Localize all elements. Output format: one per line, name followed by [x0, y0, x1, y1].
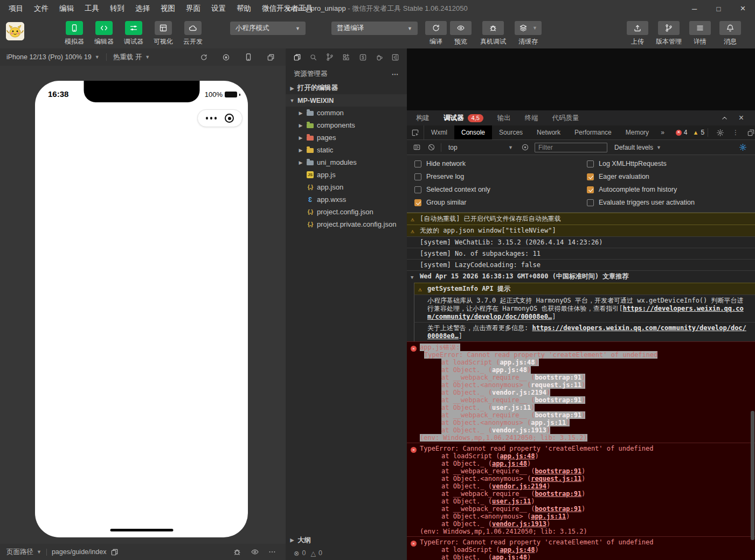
- devtools-tab-Console[interactable]: Console: [454, 125, 492, 139]
- page-path-label[interactable]: 页面路径: [6, 548, 33, 557]
- checkbox-checked[interactable]: [587, 186, 594, 193]
- explorer-section-MP-WEIXIN[interactable]: ▼MP-WEIXIN: [286, 94, 407, 107]
- checkbox-checked[interactable]: [587, 173, 594, 180]
- mini-program-capsule[interactable]: [197, 109, 243, 127]
- stack-file-link[interactable]: vendor.js:2194: [492, 389, 546, 396]
- menu-item-工具[interactable]: 工具: [79, 2, 105, 16]
- device-select[interactable]: iPhone 12/13 (Pro) 100% 19: [6, 53, 92, 61]
- tree-item-app.js[interactable]: JSapp.js: [286, 169, 407, 181]
- maximize-button[interactable]: □: [706, 0, 731, 17]
- panel-tab-终端[interactable]: 终端: [525, 114, 538, 123]
- search-icon[interactable]: [309, 53, 317, 61]
- branch-icon[interactable]: [325, 53, 334, 61]
- menu-item-帮助[interactable]: 帮助: [231, 2, 257, 16]
- avatar[interactable]: [6, 22, 24, 40]
- issue-counts[interactable]: ✕ 4 ▲ 5: [676, 129, 708, 136]
- extensions-icon[interactable]: [342, 53, 350, 61]
- 云开发-button[interactable]: [184, 21, 202, 35]
- windows-icon[interactable]: [267, 53, 275, 61]
- log-levels-select[interactable]: Default levels ▼: [614, 144, 661, 151]
- more-dots-icon[interactable]: [268, 548, 276, 556]
- 真机调试-button[interactable]: [482, 21, 504, 35]
- eye-icon[interactable]: [251, 548, 259, 556]
- stack-file-link[interactable]: bootstrap:91: [535, 490, 581, 498]
- tree-item-project.private.config.json[interactable]: {..}project.private.config.json: [286, 218, 407, 230]
- tree-item-components[interactable]: ▶components: [286, 119, 407, 131]
- stack-file-link[interactable]: bootstrap:91: [535, 411, 581, 419]
- 上传-button[interactable]: [627, 21, 648, 35]
- devtools-tab-Memory[interactable]: Memory: [619, 125, 656, 139]
- 调试器-button[interactable]: [125, 21, 142, 35]
- stack-file-link[interactable]: app.js:11: [531, 419, 566, 426]
- 清缓存-button[interactable]: ▼: [515, 21, 542, 35]
- console-setting-Autocomplete from history[interactable]: Autocomplete from history: [583, 183, 755, 196]
- applet-icon[interactable]: [359, 53, 367, 61]
- tree-item-app.wxss[interactable]: 3app.wxss: [286, 193, 407, 206]
- 预览-button[interactable]: [450, 21, 472, 35]
- 可视化-button[interactable]: [155, 21, 172, 35]
- console-settings-gear-icon[interactable]: [739, 143, 750, 151]
- filter-input[interactable]: [535, 143, 607, 152]
- outline-section[interactable]: ▶ 大纲: [286, 534, 407, 546]
- undock-icon[interactable]: [747, 129, 755, 137]
- menu-item-设置[interactable]: 设置: [206, 2, 231, 16]
- devtools-tab-Performance[interactable]: Performance: [567, 125, 619, 139]
- copy-path-icon[interactable]: [110, 548, 119, 556]
- settings-gear-icon[interactable]: [716, 129, 724, 137]
- checkbox-unchecked[interactable]: [587, 199, 594, 206]
- stack-file-link[interactable]: user.js:11: [492, 498, 531, 505]
- devtools-tab-Wxml[interactable]: Wxml: [424, 125, 454, 139]
- stack-file-link[interactable]: request.js:11: [531, 475, 581, 482]
- context-select[interactable]: top ▼: [446, 144, 515, 151]
- checkbox-unchecked[interactable]: [414, 173, 421, 180]
- console-setting-Hide network[interactable]: Hide network: [410, 157, 583, 170]
- console-setting-Eager evaluation[interactable]: Eager evaluation: [583, 170, 755, 183]
- bug-icon[interactable]: [233, 548, 241, 556]
- stack-file-link[interactable]: bootstrap:91: [535, 396, 581, 404]
- console-setting-Preserve log[interactable]: Preserve log: [410, 170, 583, 183]
- console-setting-Evaluate triggers user activation[interactable]: Evaluate triggers user activation: [583, 196, 755, 209]
- checkbox-checked[interactable]: [414, 199, 421, 206]
- panel-tab-调试器[interactable]: 调试器4,5: [444, 114, 483, 123]
- files-icon[interactable]: [293, 53, 301, 61]
- tree-item-uni_modules[interactable]: ▶uni_modules: [286, 156, 407, 169]
- 编辑器-button[interactable]: [95, 21, 113, 35]
- menu-item-编辑[interactable]: 编辑: [54, 2, 79, 16]
- stack-file-link[interactable]: app.js:48: [492, 366, 527, 374]
- checkbox-unchecked[interactable]: [414, 160, 421, 167]
- minimize-button[interactable]: ─: [682, 0, 706, 17]
- close-button[interactable]: ×: [731, 0, 755, 17]
- panel-tab-输出[interactable]: 输出: [497, 114, 511, 123]
- phone-mockup[interactable]: 16:38 100%: [35, 81, 248, 537]
- menu-item-微信开发者工具[interactable]: 微信开发者工具: [257, 2, 318, 16]
- stack-file-link[interactable]: vendor.js:1913: [492, 426, 546, 434]
- console-messages[interactable]: ⚠[自动热重载] 已开启代码文件保存后自动热重载⚠无效的 app.json wi…: [407, 213, 755, 560]
- panel-tab-代码质量[interactable]: 代码质量: [552, 114, 579, 123]
- stack-file-link[interactable]: app.js:48: [500, 452, 535, 460]
- console-setting-Selected context only[interactable]: Selected context only: [410, 183, 583, 196]
- more-actions-icon[interactable]: ⋯: [392, 70, 399, 78]
- close-target-icon[interactable]: [225, 114, 234, 123]
- live-expression-icon[interactable]: [520, 143, 530, 151]
- menu-item-转到[interactable]: 转到: [105, 2, 130, 16]
- menu-item-文件[interactable]: 文件: [29, 2, 54, 16]
- stack-file-link[interactable]: vendor.js:1913: [492, 520, 546, 528]
- stack-file-link[interactable]: app.js:48: [500, 546, 535, 554]
- clear-console-icon[interactable]: [426, 143, 436, 151]
- hot-reload-toggle[interactable]: 热重载 开: [113, 53, 142, 62]
- 模拟器-button[interactable]: [66, 21, 83, 35]
- menu-item-界面[interactable]: 界面: [181, 2, 206, 16]
- inspect-element-icon[interactable]: [407, 125, 424, 139]
- mode-select[interactable]: 小程序模式 ▼: [230, 22, 306, 35]
- problems-status[interactable]: ⊗ 0 △ 0: [286, 546, 407, 560]
- close-panel-icon[interactable]: ×: [739, 114, 744, 122]
- console-sidebar-icon[interactable]: [412, 143, 421, 151]
- stack-file-link[interactable]: app.js:11: [531, 513, 566, 520]
- console-setting-Group similar[interactable]: Group similar: [410, 196, 583, 209]
- devtools-tab-Network[interactable]: Network: [530, 125, 567, 139]
- explorer-section-打开的编辑器[interactable]: ▶打开的编辑器: [286, 82, 407, 94]
- panel-tab-构建[interactable]: 构建: [416, 114, 430, 123]
- checkbox-unchecked[interactable]: [414, 186, 421, 193]
- stack-file-link[interactable]: app.js:48: [492, 460, 527, 467]
- stack-file-link[interactable]: app.js:48: [492, 554, 527, 560]
